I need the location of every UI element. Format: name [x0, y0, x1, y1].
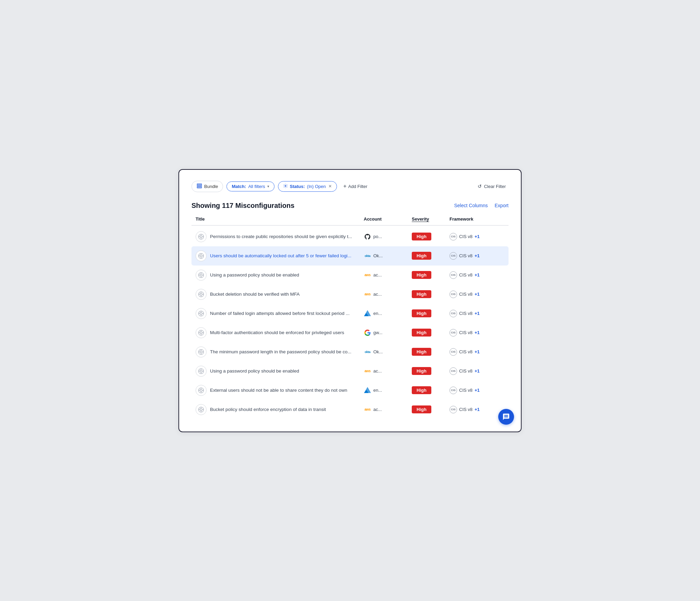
account-name: ac... [373, 368, 382, 374]
clear-filter-label: Clear Filter [484, 184, 506, 189]
plus-icon: + [343, 183, 346, 189]
row-title: Bucket policy should enforce encryption … [210, 407, 326, 412]
severity-cell: High [412, 233, 450, 240]
svg-rect-2 [197, 187, 201, 188]
row-title: Users should be automatically locked out… [210, 253, 351, 258]
framework-cell: CIS CIS v8 +1 [450, 233, 504, 240]
svg-point-3 [285, 185, 286, 187]
svg-point-47 [200, 351, 202, 353]
title-cell: Permissions to create public repositorie… [196, 231, 364, 242]
status-icon [283, 184, 288, 189]
severity-badge: High [412, 386, 431, 394]
framework-name: CIS v8 [459, 311, 472, 316]
col-severity: Severity [412, 216, 450, 222]
severity-badge: High [412, 252, 431, 260]
add-filter-button[interactable]: + Add Filter [340, 181, 370, 191]
azure-logo [364, 310, 371, 317]
add-filter-label: Add Filter [348, 184, 368, 189]
table-row[interactable]: The minimum password length in the passw… [191, 342, 509, 362]
row-title: Using a password policy should be enable… [210, 272, 299, 278]
row-icon [196, 250, 207, 261]
row-icon [196, 346, 207, 357]
cis-logo: CIS [450, 252, 457, 260]
svg-point-54 [200, 370, 202, 372]
table-row[interactable]: Bucket policy should enforce encryption … [191, 400, 509, 419]
framework-extra: +1 [475, 388, 480, 393]
svg-point-17 [200, 254, 200, 255]
framework-extra: +1 [475, 292, 480, 297]
title-cell: Using a password policy should be enable… [196, 366, 364, 377]
bundle-icon [197, 183, 202, 190]
framework-cell: CIS CIS v8 +1 [450, 310, 504, 317]
svg-point-59 [200, 369, 200, 370]
framework-extra: +1 [475, 311, 480, 316]
account-cell: aws ac... [364, 406, 412, 413]
svg-point-24 [200, 273, 200, 274]
match-chip[interactable]: Match: All filters ▾ [226, 181, 274, 191]
okta-logo: okta [364, 252, 371, 260]
cis-logo: CIS [450, 367, 457, 375]
cis-logo: CIS [450, 387, 457, 394]
status-close-icon[interactable]: ✕ [328, 184, 332, 189]
table-row[interactable]: Number of failed login attempts allowed … [191, 304, 509, 323]
framework-name: CIS v8 [459, 234, 472, 239]
svg-point-66 [200, 389, 200, 389]
severity-cell: High [412, 252, 450, 260]
match-label: Match: [232, 184, 246, 189]
aws-logo: aws [364, 367, 371, 375]
framework-name: CIS v8 [459, 272, 472, 278]
table-row[interactable]: Multi-factor authentication should be en… [191, 323, 509, 342]
account-name: ac... [373, 407, 382, 412]
title-cell: Bucket deletion should be verified with … [196, 289, 364, 300]
svg-point-38 [200, 312, 200, 313]
framework-cell: CIS CIS v8 +1 [450, 329, 504, 337]
account-cell: po... [364, 233, 412, 240]
row-icon [196, 385, 207, 396]
row-title: The minimum password length in the passw… [210, 349, 351, 354]
severity-badge: High [412, 290, 431, 298]
framework-cell: CIS CIS v8 +1 [450, 348, 504, 356]
svg-point-10 [200, 235, 200, 236]
status-chip[interactable]: Status: (In) Open ✕ [278, 181, 337, 192]
row-title: Using a password policy should be enable… [210, 368, 299, 374]
table-row[interactable]: Bucket deletion should be verified with … [191, 285, 509, 304]
framework-cell: CIS CIS v8 +1 [450, 387, 504, 394]
bundle-chip[interactable]: Bundle [191, 181, 223, 192]
list-header: Showing 117 Misconfigurations Select Col… [191, 202, 509, 210]
framework-name: CIS v8 [459, 253, 472, 258]
framework-name: CIS v8 [459, 349, 472, 354]
bundle-label: Bundle [204, 184, 218, 189]
cis-logo: CIS [450, 233, 457, 240]
row-title: Multi-factor authentication should be en… [210, 330, 344, 335]
table-row[interactable]: Using a password policy should be enable… [191, 266, 509, 285]
cis-logo: CIS [450, 291, 457, 298]
column-headers: Title Account Severity Framework [191, 216, 509, 226]
framework-extra: +1 [475, 330, 480, 335]
title-cell: Number of failed login attempts allowed … [196, 308, 364, 319]
table-row[interactable]: External users should not be able to sha… [191, 381, 509, 400]
account-cell: aws ac... [364, 367, 412, 375]
chat-button[interactable] [498, 409, 514, 425]
toolbar: Bundle Match: All filters ▾ Status: (In)… [191, 181, 509, 192]
select-columns-button[interactable]: Select Columns [454, 203, 488, 208]
table-row[interactable]: Users should be automatically locked out… [191, 246, 509, 266]
svg-point-19 [200, 274, 202, 276]
aws-logo: aws [364, 406, 371, 413]
severity-cell: High [412, 367, 450, 375]
clear-filter-button[interactable]: ↺ Clear Filter [475, 181, 509, 191]
table-row[interactable]: Permissions to create public repositorie… [191, 227, 509, 246]
table: Title Account Severity Framework Permiss… [191, 216, 509, 419]
cis-logo: CIS [450, 310, 457, 317]
severity-cell: High [412, 405, 450, 413]
row-icon [196, 270, 207, 281]
list-title: Showing 117 Misconfigurations [191, 202, 294, 210]
table-row[interactable]: Using a password policy should be enable… [191, 362, 509, 381]
col-title: Title [196, 216, 364, 222]
framework-name: CIS v8 [459, 292, 472, 297]
framework-cell: CIS CIS v8 +1 [450, 291, 504, 298]
svg-rect-0 [197, 184, 201, 185]
svg-point-33 [200, 313, 202, 315]
main-card: Bundle Match: All filters ▾ Status: (In)… [178, 169, 522, 432]
export-button[interactable]: Export [495, 203, 509, 208]
aws-logo: aws [364, 291, 371, 298]
